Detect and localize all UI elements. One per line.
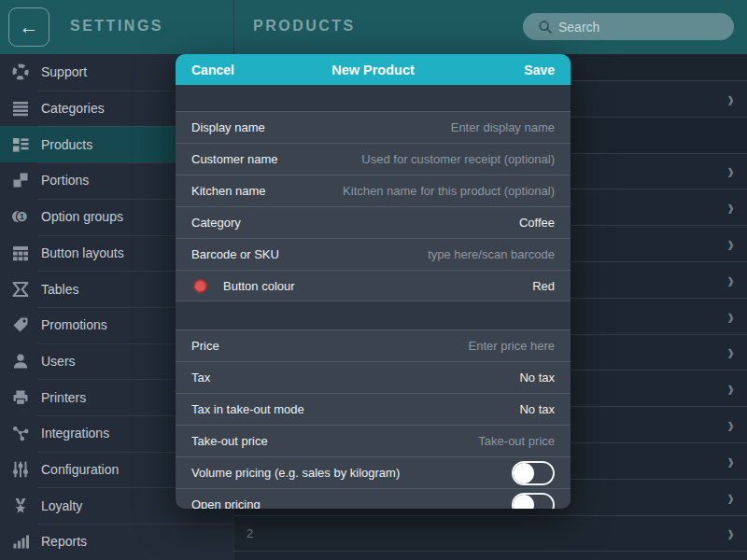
person-icon bbox=[10, 352, 31, 371]
life-ring-icon bbox=[10, 63, 31, 81]
field-customer-name[interactable]: Customer name Used for customer receipt … bbox=[176, 143, 571, 175]
field-display-name[interactable]: Display name Enter display name bbox=[176, 111, 571, 143]
open-pricing-toggle[interactable] bbox=[512, 493, 555, 510]
field-label: Volume pricing (e.g. sales by kilogram) bbox=[191, 466, 400, 480]
field-kitchen-name[interactable]: Kitchen name Kitchen name for this produ… bbox=[176, 175, 571, 206]
save-button[interactable]: Save bbox=[524, 63, 555, 77]
search-icon bbox=[538, 20, 553, 35]
field-label: Price bbox=[191, 339, 219, 353]
list-lines-icon bbox=[10, 99, 31, 118]
field-tax[interactable]: Tax No tax bbox=[176, 361, 571, 393]
field-tax-takeout[interactable]: Tax in take-out mode No tax bbox=[176, 393, 571, 425]
field-label: Kitchen name bbox=[191, 184, 266, 198]
coins-icon: 1 bbox=[10, 207, 31, 226]
sidebar-item-reports[interactable]: Reports bbox=[0, 524, 233, 560]
field-barcode-sku[interactable]: Barcode or SKU type here/scan barcode bbox=[176, 238, 571, 270]
modal-header: Cancel New Product Save bbox=[176, 54, 571, 85]
hourglass-icon bbox=[10, 280, 31, 299]
printer-icon bbox=[10, 388, 31, 407]
svg-text:1: 1 bbox=[20, 212, 24, 221]
chevron-right-icon: › bbox=[727, 376, 734, 400]
product-row bbox=[233, 551, 747, 560]
colour-swatch-red-icon bbox=[193, 279, 207, 293]
field-label: Button colour bbox=[223, 279, 295, 293]
pos-settings-screen: ← SETTINGS PRODUCTS Search Support Categ… bbox=[0, 0, 747, 560]
field-label: Customer name bbox=[191, 152, 277, 166]
modal-title: New Product bbox=[176, 63, 571, 77]
field-label: Barcode or SKU bbox=[191, 247, 279, 261]
sidebar-item-label: Users bbox=[41, 354, 76, 369]
field-placeholder: Used for customer receipt (optional) bbox=[361, 152, 555, 166]
sidebar-item-label: Configuration bbox=[41, 462, 119, 477]
field-label: Category bbox=[191, 216, 241, 230]
cancel-button[interactable]: Cancel bbox=[191, 63, 234, 77]
chevron-right-icon: › bbox=[727, 87, 734, 111]
product-row[interactable]: 2 › bbox=[233, 515, 747, 552]
field-label: Tax bbox=[191, 371, 210, 385]
new-product-modal: Cancel New Product Save Display name Ent… bbox=[176, 54, 571, 509]
chevron-right-icon: › bbox=[727, 449, 734, 473]
back-arrow-icon: ← bbox=[20, 16, 39, 38]
toggle-knob bbox=[514, 495, 534, 510]
bar-chart-icon bbox=[10, 532, 31, 551]
sidebar-item-label: Categories bbox=[41, 101, 105, 116]
share-nodes-icon bbox=[10, 424, 31, 442]
field-value: No tax bbox=[519, 402, 555, 416]
field-category[interactable]: Category Coffee bbox=[176, 206, 571, 238]
sliders-icon bbox=[10, 460, 31, 479]
sidebar-item-label: Loyalty bbox=[41, 498, 82, 513]
chevron-right-icon: › bbox=[727, 413, 734, 437]
modal-top-spacer bbox=[176, 85, 571, 111]
chevron-right-icon: › bbox=[727, 485, 734, 510]
sidebar-item-label: Promotions bbox=[41, 317, 107, 332]
sidebar-item-label: Button layouts bbox=[41, 245, 124, 260]
field-takeout-price[interactable]: Take-out price Take-out price bbox=[176, 425, 571, 456]
field-placeholder: Enter display name bbox=[451, 120, 555, 134]
back-button[interactable]: ← bbox=[8, 7, 49, 47]
grid-icon bbox=[10, 244, 31, 262]
chevron-right-icon: › bbox=[727, 159, 734, 183]
sidebar-item-label: Products bbox=[41, 137, 92, 152]
field-placeholder: type here/scan barcode bbox=[428, 247, 555, 261]
settings-title: SETTINGS bbox=[70, 18, 163, 35]
field-placeholder: Kitchen name for this product (optional) bbox=[343, 184, 555, 198]
sidebar-item-label: Integrations bbox=[41, 426, 109, 441]
sidebar-item-label: Support bbox=[41, 64, 87, 79]
search-input[interactable]: Search bbox=[523, 13, 734, 40]
chevron-right-icon: › bbox=[727, 521, 734, 545]
field-open-pricing: Open pricing bbox=[176, 488, 571, 509]
field-placeholder: Enter price here bbox=[469, 339, 556, 353]
search-placeholder: Search bbox=[558, 20, 599, 35]
header-divider bbox=[233, 0, 234, 54]
field-button-colour[interactable]: Button colour Red bbox=[176, 270, 571, 301]
list-blocks-icon bbox=[10, 135, 31, 154]
modal-section-spacer bbox=[176, 301, 571, 329]
field-label: Open pricing bbox=[191, 497, 261, 509]
volume-pricing-toggle[interactable] bbox=[512, 461, 555, 485]
field-label: Take-out price bbox=[191, 434, 268, 448]
chevron-right-icon: › bbox=[727, 340, 734, 364]
sidebar-item-label: Option groups bbox=[41, 209, 123, 224]
field-value: No tax bbox=[519, 371, 555, 385]
sidebar-item-label: Tables bbox=[41, 282, 78, 297]
field-value: Coffee bbox=[519, 216, 555, 230]
sidebar-item-label: Printers bbox=[41, 390, 86, 405]
medal-star-icon bbox=[10, 497, 31, 515]
field-placeholder: Take-out price bbox=[478, 434, 555, 448]
toggle-knob bbox=[514, 463, 534, 483]
tag-icon bbox=[10, 315, 31, 334]
field-label: Tax in take-out mode bbox=[191, 402, 304, 416]
field-label: Display name bbox=[191, 120, 265, 134]
page-title: PRODUCTS bbox=[253, 18, 356, 35]
field-value: Red bbox=[532, 279, 555, 293]
product-name: 2 bbox=[247, 526, 253, 540]
top-header-bar: ← SETTINGS PRODUCTS Search bbox=[0, 0, 747, 54]
squares-icon bbox=[10, 171, 31, 189]
sidebar-item-label: Reports bbox=[41, 534, 87, 549]
chevron-right-icon: › bbox=[727, 268, 734, 292]
field-price[interactable]: Price Enter price here bbox=[176, 329, 571, 361]
chevron-right-icon: › bbox=[727, 195, 734, 219]
chevron-right-icon: › bbox=[727, 304, 734, 329]
field-volume-pricing: Volume pricing (e.g. sales by kilogram) bbox=[176, 456, 571, 488]
sidebar-item-label: Portions bbox=[41, 173, 89, 188]
